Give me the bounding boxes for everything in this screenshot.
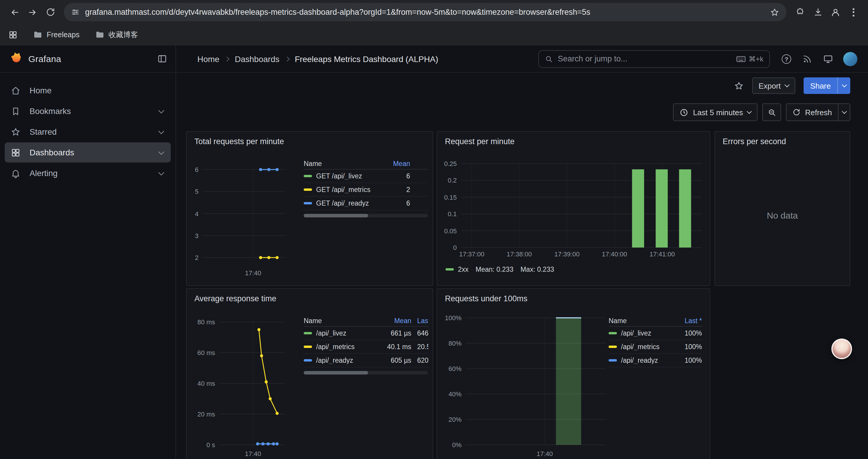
series-name[interactable]: GET /api/_livez: [316, 172, 362, 179]
legend-header-name[interactable]: Name: [304, 317, 376, 324]
time-controls: Last 5 minutes Refresh: [176, 103, 868, 121]
scrollbar-thumb[interactable]: [304, 371, 368, 374]
series-color-chip: [304, 346, 312, 348]
breadcrumb-dashboards[interactable]: Dashboards: [235, 54, 279, 64]
panel-title[interactable]: Request per minute: [437, 132, 710, 146]
refresh-interval-button[interactable]: [838, 104, 850, 121]
panel-errors-per-second: Errors per second No data: [714, 131, 850, 286]
legend-header-last[interactable]: Last *: [411, 317, 428, 324]
sidebar-item-bookmarks[interactable]: Bookmarks: [5, 101, 171, 121]
floating-assistant-avatar[interactable]: [831, 338, 852, 359]
share-menu-button[interactable]: [837, 77, 850, 94]
legend-series[interactable]: 2xx: [445, 266, 469, 273]
series-name[interactable]: GET /api/_readyz: [316, 200, 369, 207]
profile-icon: [830, 7, 841, 18]
legend-header-name[interactable]: Name: [609, 317, 675, 324]
site-settings-icon[interactable]: [71, 8, 80, 17]
brand-name: Grafana: [28, 54, 61, 64]
bookmarks-bar: Freeleaps 收藏博客: [0, 24, 868, 45]
series-name[interactable]: 2xx: [458, 266, 469, 273]
chevron-down-icon[interactable]: [158, 149, 164, 155]
grafana-header: Grafana Home Dashboards Freeleaps Metric…: [0, 45, 868, 73]
refresh-button[interactable]: Refresh: [786, 103, 850, 121]
sidebar-item-home[interactable]: Home: [5, 80, 171, 100]
panel-title[interactable]: Average response time: [187, 289, 433, 303]
chevron-down-icon[interactable]: [158, 128, 164, 134]
search-input[interactable]: Search or jump to... ⌘+k: [538, 50, 770, 68]
share-label[interactable]: Share: [804, 77, 837, 94]
reload-icon: [45, 7, 55, 17]
sidebar: Home Bookmarks Starred: [0, 73, 176, 459]
time-range-picker[interactable]: Last 5 minutes: [673, 103, 758, 121]
chevron-down-icon: [747, 109, 752, 114]
grafana-logo[interactable]: [9, 51, 23, 66]
apps-grid-button[interactable]: [8, 30, 18, 40]
zoom-out-icon: [768, 108, 776, 117]
bookmark-folder-freeleaps[interactable]: Freeleaps: [33, 30, 80, 40]
legend-scrollbar[interactable]: [304, 214, 428, 218]
dashboards-grid-icon: [11, 147, 21, 157]
series-color-chip: [304, 332, 312, 334]
reload-button[interactable]: [41, 3, 59, 21]
series-mean: Mean: 0.233: [476, 266, 514, 273]
apps-grid-icon: [8, 30, 18, 40]
series-name[interactable]: /api/_readyz: [316, 357, 353, 364]
bookmark-star-icon[interactable]: [770, 7, 779, 17]
back-button[interactable]: [6, 3, 24, 21]
sidebar-item-dashboards[interactable]: Dashboards: [5, 142, 171, 162]
sidebar-item-alerting[interactable]: Alerting: [5, 163, 171, 183]
extensions-button[interactable]: [791, 3, 809, 21]
scrollbar-thumb[interactable]: [304, 214, 368, 218]
puzzle-icon: [795, 7, 805, 17]
news-button[interactable]: [802, 54, 812, 64]
favorite-dashboard-button[interactable]: [734, 80, 744, 91]
series-name[interactable]: /api/_metrics: [621, 343, 659, 350]
legend-scrollbar[interactable]: [304, 371, 428, 374]
series-name[interactable]: /api/_readyz: [621, 357, 658, 364]
series-name[interactable]: GET /api/_metrics: [316, 186, 370, 193]
series-name[interactable]: /api/_livez: [316, 330, 346, 337]
series-last: 100%: [675, 330, 702, 337]
legend-header-last[interactable]: Last *: [675, 317, 702, 324]
no-data-message: No data: [715, 132, 850, 285]
chevron-down-icon[interactable]: [158, 107, 164, 113]
browser-menu-button[interactable]: [844, 3, 862, 21]
grafana-header-left: Grafana: [0, 45, 176, 72]
export-button[interactable]: Export: [752, 77, 795, 94]
series-mean: 2: [382, 186, 410, 193]
folder-icon: [95, 30, 104, 40]
series-name[interactable]: /api/_livez: [621, 330, 651, 337]
bookmark-folder-blogs[interactable]: 收藏博客: [95, 30, 138, 40]
forward-button[interactable]: [24, 3, 41, 21]
refresh-main[interactable]: Refresh: [787, 104, 838, 121]
panel-title[interactable]: Requests under 100ms: [437, 289, 710, 303]
legend-header-name[interactable]: Name: [304, 160, 382, 167]
sidebar-toggle-button[interactable]: [157, 54, 167, 64]
series-color-chip: [304, 359, 312, 362]
legend-header-row: Name Mean: [304, 158, 428, 169]
legend-header-mean[interactable]: Mean: [382, 160, 410, 167]
search-shortcut: ⌘+k: [736, 55, 764, 63]
user-avatar[interactable]: [843, 52, 857, 66]
series-name[interactable]: /api/_metrics: [316, 343, 354, 350]
series-mean: 661 µs: [376, 330, 411, 337]
downloads-button[interactable]: [809, 3, 827, 21]
profile-button[interactable]: [827, 3, 844, 21]
share-button[interactable]: Share: [804, 77, 850, 94]
sidebar-item-starred[interactable]: Starred: [5, 122, 171, 142]
panel-request-per-minute: Request per minute 00.050.10.150.20.2517…: [437, 131, 710, 286]
panel-title[interactable]: Total requests per minute: [187, 132, 433, 146]
url-text[interactable]: grafana.mathmast.com/d/deytv4rwavabkb/fr…: [85, 8, 765, 17]
chevron-down-icon: [785, 83, 790, 88]
series-color-chip: [445, 268, 454, 270]
chevron-down-icon[interactable]: [158, 169, 164, 175]
series-color-chip: [609, 359, 617, 362]
zoom-out-button[interactable]: [763, 103, 781, 121]
legend-header-mean[interactable]: Mean: [376, 317, 411, 324]
breadcrumb-home[interactable]: Home: [197, 54, 219, 64]
series-last: 20.5 ms: [411, 343, 428, 350]
help-button[interactable]: [782, 54, 791, 64]
series-color-chip: [304, 189, 312, 191]
tv-mode-button[interactable]: [823, 54, 833, 64]
url-bar[interactable]: grafana.mathmast.com/d/deytv4rwavabkb/fr…: [64, 3, 786, 21]
